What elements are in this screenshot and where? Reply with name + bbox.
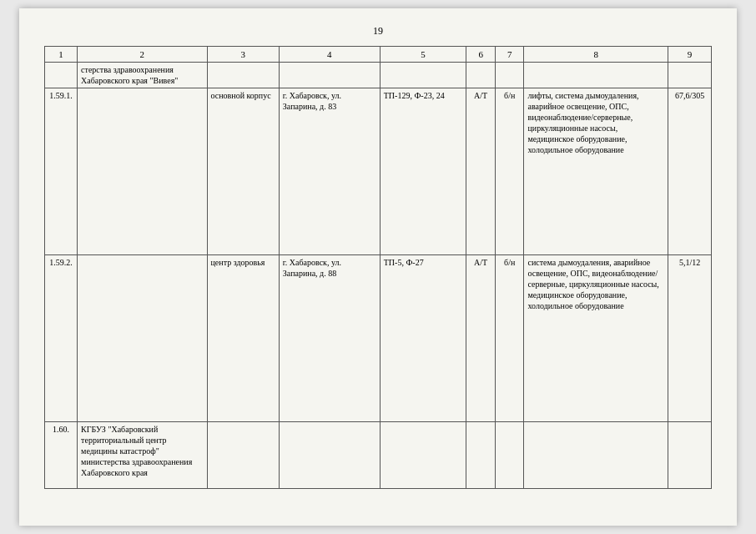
row2-col8: система дымоудаления, аварийное освещени… xyxy=(524,255,668,422)
row2-col6: А/Т xyxy=(466,255,496,422)
row0-col9 xyxy=(668,63,712,88)
row1-col7: б/н xyxy=(495,88,524,255)
row2-col9: 5,1/12 xyxy=(668,255,712,422)
table-row: 1.60. КГБУЗ "Хабаровский территориальный… xyxy=(45,422,712,489)
header-col7: 7 xyxy=(495,47,524,63)
row2-col3: центр здоровья xyxy=(207,255,279,422)
row0-col5 xyxy=(380,63,466,88)
row3-col5 xyxy=(380,422,466,489)
row3-col2: КГБУЗ "Хабаровский территориальный центр… xyxy=(78,422,207,489)
main-table: 1 2 3 4 5 6 7 8 9 стерства здравоохранен… xyxy=(44,46,712,489)
header-col9: 9 xyxy=(668,47,712,63)
table-row: стерства здравоохранения Хабаровского кр… xyxy=(45,63,712,88)
row0-col1 xyxy=(45,63,78,88)
page: 19 1 2 3 4 5 6 7 8 9 стерства здравоохра… xyxy=(19,8,737,526)
row2-col4: г. Хабаровск, ул. Запарина, д. 88 xyxy=(279,255,380,422)
table-row: 1.59.1. основной корпус г. Хабаровск, ул… xyxy=(45,88,712,255)
row3-col4 xyxy=(279,422,380,489)
header-col2: 2 xyxy=(78,47,207,63)
row0-col7 xyxy=(495,63,524,88)
row1-col2 xyxy=(78,88,207,255)
row2-col1: 1.59.2. xyxy=(45,255,78,422)
row0-col6 xyxy=(466,63,496,88)
row3-col3 xyxy=(207,422,279,489)
row3-col1: 1.60. xyxy=(45,422,78,489)
row1-col1: 1.59.1. xyxy=(45,88,78,255)
row1-col5: ТП-129, Ф-23, 24 xyxy=(380,88,466,255)
row3-col9 xyxy=(668,422,712,489)
row1-col4: г. Хабаровск, ул. Запарина, д. 83 xyxy=(279,88,380,255)
header-col3: 3 xyxy=(207,47,279,63)
header-col5: 5 xyxy=(380,47,466,63)
row2-col2 xyxy=(78,255,207,422)
row3-col7 xyxy=(495,422,524,489)
table-header-row: 1 2 3 4 5 6 7 8 9 xyxy=(45,47,712,63)
row2-col5: ТП-5, Ф-27 xyxy=(380,255,466,422)
row1-col8: лифты, система дымоудаления, аварийное о… xyxy=(524,88,668,255)
table-row: 1.59.2. центр здоровья г. Хабаровск, ул.… xyxy=(45,255,712,422)
row1-col6: А/Т xyxy=(466,88,496,255)
header-col1: 1 xyxy=(45,47,78,63)
header-col8: 8 xyxy=(524,47,668,63)
row3-col8 xyxy=(524,422,668,489)
header-col6: 6 xyxy=(466,47,496,63)
row3-col6 xyxy=(466,422,496,489)
row0-col4 xyxy=(279,63,380,88)
row2-col7: б/н xyxy=(495,255,524,422)
row0-col2: стерства здравоохранения Хабаровского кр… xyxy=(78,63,207,88)
header-col4: 4 xyxy=(279,47,380,63)
page-number: 19 xyxy=(44,25,712,38)
row1-col9: 67,6/305 xyxy=(668,88,712,255)
row0-col8 xyxy=(524,63,668,88)
row0-col3 xyxy=(207,63,279,88)
row1-col3: основной корпус xyxy=(207,88,279,255)
